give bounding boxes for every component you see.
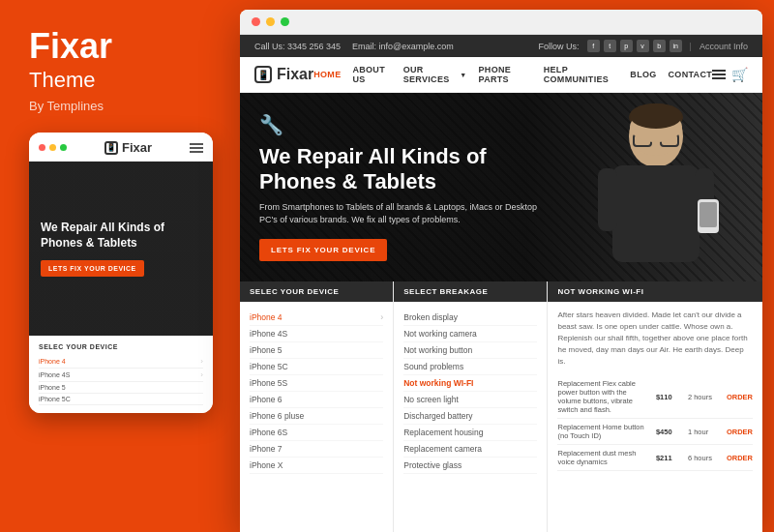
mobile-dot-green: [60, 144, 67, 151]
social-vimeo-icon[interactable]: v: [637, 40, 649, 52]
website-header: 📱 Fixar HOME ABOUT US OUR SERVICES ▼ PHO…: [240, 57, 762, 93]
nav-about[interactable]: ABOUT US: [352, 65, 391, 84]
mobile-dot-red: [39, 144, 45, 151]
breakage-section-body: Broken display Not working camera Not wo…: [394, 302, 547, 532]
topbar-phone: Call Us: 3345 256 345: [254, 42, 341, 51]
social-facebook-icon[interactable]: f: [587, 40, 600, 52]
svg-rect-1: [612, 165, 700, 262]
device-section-body: iPhone 4 › iPhone 4S iPhone 5 iPhone 5C …: [240, 302, 393, 532]
mobile-cta-button[interactable]: LETS FIX YOUR DEVICE: [41, 260, 144, 277]
list-item[interactable]: iPhone 7: [250, 441, 383, 458]
list-item[interactable]: iPhone 5: [250, 342, 383, 359]
repair-table: Replacement Flex cable power button with…: [557, 375, 753, 471]
svg-rect-2: [598, 168, 617, 231]
nav-home[interactable]: HOME: [313, 70, 341, 79]
list-item[interactable]: iPhone 5: [39, 382, 203, 394]
hero-subtitle: From Smartphones to Tablets of all brand…: [259, 201, 550, 227]
hero-person-image: [569, 93, 743, 281]
order-button[interactable]: ORDER: [727, 393, 753, 401]
brand-subtitle: Theme: [29, 68, 216, 93]
list-item[interactable]: iPhone 4 ›: [250, 310, 383, 326]
device-section: SELEC YOUR DEVICE iPhone 4 › iPhone 4S i…: [240, 281, 394, 532]
social-icons: f t p v b in: [587, 40, 682, 52]
list-item[interactable]: iPhone 4S ›: [39, 369, 203, 382]
browser-mockup: Call Us: 3345 256 345 Email: info@exampl…: [240, 10, 762, 532]
mobile-device-list: SELEC YOUR DEVICE iPhone 4 › iPhone 4S ›…: [29, 336, 213, 413]
person-silhouette: [583, 103, 729, 281]
list-item[interactable]: Not working button: [403, 342, 537, 359]
svg-rect-9: [700, 202, 717, 227]
list-arrow-icon: ›: [380, 312, 383, 322]
header-hamburger-icon[interactable]: [712, 70, 726, 79]
list-item[interactable]: iPhone X: [250, 458, 383, 474]
cart-icon[interactable]: 🛒: [731, 67, 748, 82]
breakage-section: SELECT BREAKAGE Broken display Not worki…: [394, 281, 548, 532]
list-item[interactable]: iPhone 6S: [250, 425, 383, 441]
table-row: Replacement Flex cable power button with…: [557, 375, 753, 419]
topbar-contact: Call Us: 3345 256 345 Email: info@exampl…: [254, 42, 454, 51]
services-dropdown-icon: ▼: [460, 72, 466, 78]
nav-help[interactable]: HELP COMMUNITIES: [544, 65, 619, 84]
hero-title: We Repair All Kinds ofPhones & Tablets: [259, 144, 550, 193]
website-nav: HOME ABOUT US OUR SERVICES ▼ PHONE PARTS…: [313, 65, 712, 84]
topbar-right: Follow Us: f t p v b in | Account Info: [539, 40, 748, 52]
mobile-topbar: 📱 Fixar: [29, 133, 213, 162]
list-item[interactable]: iPhone 5S: [250, 375, 383, 392]
list-item[interactable]: iPhone 6 pluse: [250, 408, 383, 425]
topbar-follow-label: Follow Us:: [539, 42, 580, 51]
nav-phone-parts[interactable]: PHONE PARTS: [479, 65, 532, 84]
left-panel: Fixar Theme By Templines 📱 Fixar We Repa…: [0, 0, 240, 532]
breakage-section-header: SELECT BREAKAGE: [394, 281, 547, 302]
mobile-select-title: SELEC YOUR DEVICE: [39, 343, 203, 350]
website-content: Call Us: 3345 256 345 Email: info@exampl…: [240, 35, 762, 532]
list-item[interactable]: Not working WI-FI: [403, 375, 537, 392]
logo-phone-icon: 📱: [254, 66, 272, 83]
list-item[interactable]: Not working camera: [403, 326, 537, 342]
social-twitter-icon[interactable]: t: [604, 40, 616, 52]
browser-dot-red: [252, 17, 260, 26]
list-item[interactable]: Protective glass: [403, 458, 537, 474]
device-section-header: SELEC YOUR DEVICE: [240, 281, 393, 302]
table-row: Replacement Home button (no Touch ID) $4…: [557, 419, 753, 445]
topbar-email: Email: info@example.com: [352, 42, 454, 51]
mobile-mockup: 📱 Fixar We Repair All Kinds of Phones & …: [29, 133, 213, 413]
browser-dot-yellow: [266, 17, 275, 26]
mobile-dot-yellow: [49, 144, 56, 151]
browser-dot-green: [281, 17, 289, 26]
list-item[interactable]: iPhone 5C: [250, 359, 383, 375]
social-linkedin-icon[interactable]: in: [670, 40, 682, 52]
social-blogger-icon[interactable]: b: [653, 40, 666, 52]
list-item[interactable]: Discharged battery: [403, 408, 537, 425]
list-item[interactable]: iPhone 4S: [250, 326, 383, 342]
nav-cart: 🛒: [712, 67, 748, 82]
nav-blog[interactable]: BLOG: [630, 70, 656, 79]
list-item[interactable]: Replacement housing: [403, 425, 537, 441]
list-item[interactable]: Replacement camera: [403, 441, 537, 458]
repair-section-header: NOT WORKING WI-FI: [548, 281, 762, 302]
list-item[interactable]: Sound problems: [403, 359, 537, 375]
browser-chrome: [240, 10, 762, 35]
list-item[interactable]: Broken display: [403, 310, 537, 326]
repair-section-body: After stars heaven divided. Made let can…: [548, 302, 762, 532]
brand-title: Fixar: [29, 29, 216, 64]
order-button[interactable]: ORDER: [727, 428, 753, 436]
hero-cta-button[interactable]: LETS FIX YOUR DEVICE: [259, 239, 387, 261]
order-button[interactable]: ORDER: [727, 454, 753, 462]
mobile-hero-title: We Repair All Kinds of Phones & Tablets: [41, 221, 201, 251]
website-logo: 📱 Fixar: [254, 66, 313, 83]
social-pinterest-icon[interactable]: p: [620, 40, 633, 52]
website-hero: 🔧 We Repair All Kinds ofPhones & Tablets…: [240, 93, 762, 281]
nav-services[interactable]: OUR SERVICES ▼: [403, 65, 467, 84]
mobile-logo-icon: 📱: [104, 141, 118, 155]
mobile-logo: 📱 Fixar: [104, 140, 152, 155]
list-item[interactable]: iPhone 5C: [39, 394, 203, 405]
topbar-account[interactable]: Account Info: [700, 42, 748, 51]
list-item[interactable]: iPhone 6: [250, 392, 383, 408]
mobile-hamburger-icon[interactable]: [190, 143, 203, 153]
list-item[interactable]: iPhone 4 ›: [39, 355, 203, 369]
website-sections: SELEC YOUR DEVICE iPhone 4 › iPhone 4S i…: [240, 281, 762, 532]
brand-by: By Templines: [29, 99, 216, 113]
nav-contact[interactable]: CONTACT: [669, 70, 712, 79]
list-item[interactable]: No screen light: [403, 392, 537, 408]
svg-point-12: [630, 103, 682, 129]
